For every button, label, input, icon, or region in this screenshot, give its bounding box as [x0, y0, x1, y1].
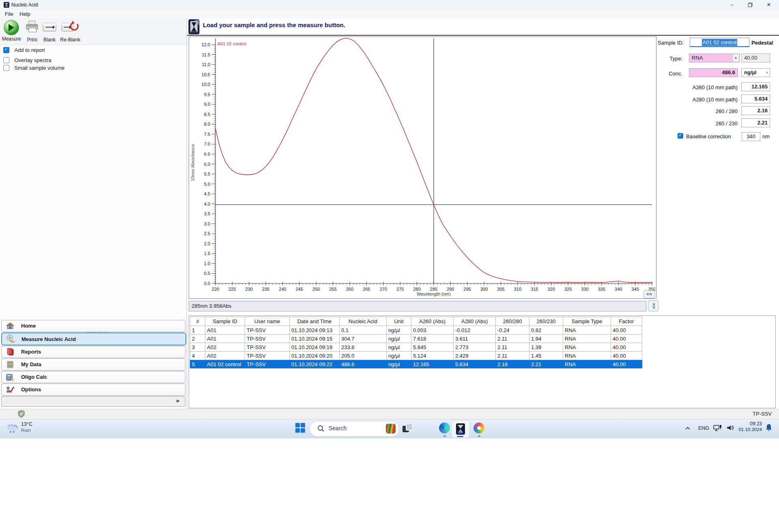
- checkbox-overlay-spectra[interactable]: Overlay spectra: [3, 56, 52, 64]
- column-header[interactable]: Date and Time: [290, 317, 340, 326]
- svg-text:300: 300: [480, 287, 488, 292]
- column-header[interactable]: Nucleic Acid: [340, 317, 387, 326]
- baseline-wavelength-input[interactable]: 340: [742, 132, 760, 141]
- notification-bell-icon[interactable]: [765, 423, 773, 432]
- network-icon[interactable]: [713, 425, 722, 432]
- svg-text:225: 225: [228, 287, 236, 292]
- table-row[interactable]: 4A02TP-SSV01.10.2024 09:20205.0ng/µl5.12…: [190, 352, 642, 360]
- svg-text:8.5: 8.5: [204, 112, 210, 117]
- column-header[interactable]: A280 (Abs): [454, 317, 496, 326]
- close-button[interactable]: ✕: [760, 0, 778, 10]
- column-header[interactable]: Unit: [387, 317, 411, 326]
- table-cell: ng/µl: [387, 352, 411, 360]
- active-app-indicator: [457, 436, 463, 437]
- sidebar-item-my-data[interactable]: My Data: [1, 358, 185, 371]
- svg-text:280: 280: [413, 287, 420, 292]
- spectrum-plot[interactable]: 2202252302352402452502552602652702752802…: [189, 37, 655, 298]
- sidebar-item-home[interactable]: Home: [1, 320, 185, 332]
- restore-button[interactable]: [741, 0, 760, 10]
- table-header-row: #Sample IDUser nameDate and TimeNucleic …: [190, 317, 642, 326]
- edge-browser-icon[interactable]: [439, 423, 450, 433]
- calculator-dna-icon: [6, 373, 15, 382]
- reblank-button[interactable]: Re-Blank: [59, 20, 81, 43]
- column-header[interactable]: Sample Type: [563, 317, 611, 326]
- table-cell: 2.773: [454, 343, 496, 352]
- table-cell: 01.10.2024 09:19: [290, 343, 340, 352]
- column-header[interactable]: A260 (Abs): [411, 317, 454, 326]
- type-dropdown[interactable]: RNA ▼: [689, 54, 740, 62]
- table-cell: A01 02 control: [205, 360, 245, 369]
- blank-button[interactable]: Blank: [41, 20, 58, 43]
- svg-text:255: 255: [329, 287, 337, 292]
- title-bar: Nucleic Acid – ✕: [0, 0, 779, 10]
- table-cell: TP-SSV: [245, 360, 290, 369]
- menu-help[interactable]: Help: [19, 11, 30, 17]
- table-cell: 2.429: [454, 352, 496, 360]
- table-row[interactable]: 3A02TP-SSV01.10.2024 09:19233.8ng/µl5.84…: [190, 343, 642, 352]
- task-view-button[interactable]: [402, 423, 412, 433]
- svg-text:275: 275: [396, 287, 404, 292]
- table-cell: 2.11: [496, 343, 529, 352]
- column-header[interactable]: Sample ID: [205, 317, 245, 326]
- svg-text:4.5: 4.5: [204, 191, 210, 196]
- sidebar-item-options[interactable]: Options: [1, 384, 185, 396]
- conc-field[interactable]: 486.6: [689, 68, 738, 77]
- collapse-chart-button[interactable]: ««: [643, 290, 655, 298]
- table-cell: 5.634: [454, 360, 496, 369]
- table-row[interactable]: 5A01 02 controlTP-SSV01.10.2024 09:22486…: [190, 360, 642, 369]
- cursor-readout: 285nm 3.958Abs: [192, 303, 231, 309]
- baseline-correction-checkbox[interactable]: [678, 133, 683, 139]
- sidebar-item-reports[interactable]: Reports: [1, 346, 185, 358]
- sidebar-expander[interactable]: »: [1, 396, 185, 407]
- svg-text:9.0: 9.0: [204, 102, 210, 107]
- print-button[interactable]: Print: [24, 20, 41, 43]
- measure-button[interactable]: Measure: [2, 20, 21, 42]
- column-header[interactable]: Factor: [611, 317, 642, 326]
- column-header[interactable]: User name: [245, 317, 290, 326]
- type-factor-field[interactable]: 40.00: [741, 54, 770, 62]
- sample-id-input[interactable]: A01 02 control: [690, 38, 749, 47]
- table-cell: 3: [190, 343, 205, 352]
- paint-app-icon[interactable]: [473, 423, 484, 433]
- svg-text:2.5: 2.5: [204, 231, 210, 236]
- table-cell: A01: [205, 326, 245, 335]
- column-header[interactable]: 260/230: [529, 317, 563, 326]
- checkbox-add-to-report[interactable]: Add to report: [3, 46, 45, 54]
- svg-text:270: 270: [380, 287, 387, 292]
- app-icon: [3, 2, 10, 8]
- cursor-readout-bar: 285nm 3.958Abs: [189, 301, 646, 311]
- taskbar-clock[interactable]: 09:23 01.10.2024: [730, 421, 762, 432]
- sidebar-item-measure-nucleic-acid[interactable]: Measure Nucleic Acid: [1, 332, 186, 345]
- language-indicator[interactable]: ENG: [698, 425, 709, 431]
- tray-chevron-up-icon[interactable]: [685, 426, 691, 430]
- column-header[interactable]: 260/280: [496, 317, 529, 326]
- spectrum-chart[interactable]: 2202252302352402452502552602652702752802…: [189, 36, 656, 299]
- table-row[interactable]: 1A01TP-SSV01.10.2024 09:130.1ng/µl0.003-…: [190, 326, 642, 335]
- collapse-table-button[interactable]: ««: [648, 300, 658, 311]
- table-cell: TP-SSV: [245, 352, 290, 360]
- conc-unit-dropdown[interactable]: ng/µl ˅: [741, 68, 770, 77]
- svg-text:9.5: 9.5: [204, 92, 210, 97]
- chevron-down-icon: ˅: [766, 69, 768, 77]
- menu-file[interactable]: File: [5, 11, 13, 17]
- svg-text:10.5: 10.5: [202, 72, 210, 77]
- svg-text:7.0: 7.0: [204, 142, 210, 146]
- sample-id-selected-text: A01 02 control: [702, 39, 738, 46]
- table-row[interactable]: 2A01TP-SSV01.10.2024 09:15304.7ng/µl7.61…: [190, 335, 642, 343]
- checkbox-small-sample-volume[interactable]: Small sample volume: [3, 64, 65, 71]
- start-button[interactable]: [295, 423, 306, 433]
- ratio-260-280-label: 260 / 280: [657, 108, 738, 114]
- column-header[interactable]: #: [190, 317, 205, 326]
- minimize-button[interactable]: –: [723, 0, 741, 10]
- sidebar-item-oligo-calc[interactable]: Oligo Calc: [1, 371, 185, 383]
- dropdown-arrow-icon: ▼: [732, 54, 739, 62]
- table-cell: 01.10.2024 09:22: [290, 360, 340, 369]
- weather-widget[interactable]: 13°C Rain: [4, 420, 61, 438]
- search-box[interactable]: Search: [310, 421, 399, 437]
- table-cell: ng/µl: [387, 326, 411, 335]
- measure-play-icon: [4, 20, 19, 35]
- clock-date: 01.10.2024: [730, 427, 762, 432]
- sample-id-label: Sample ID:: [658, 40, 684, 46]
- table-cell: 1.39: [529, 343, 563, 352]
- svg-text:285: 285: [430, 287, 437, 292]
